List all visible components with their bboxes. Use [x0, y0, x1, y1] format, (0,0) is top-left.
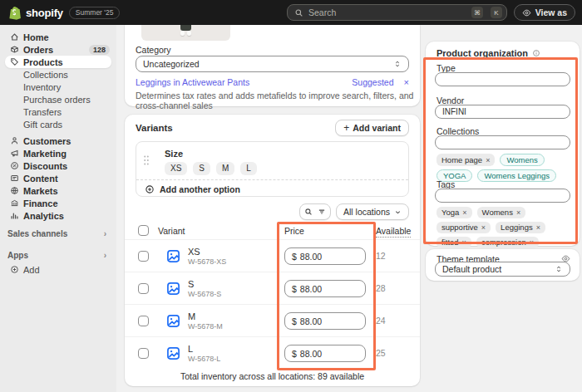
category-select[interactable]: Uncategorized [136, 56, 409, 72]
thumbnail-detail [187, 31, 191, 36]
drag-handle-icon[interactable] [143, 154, 150, 166]
tag-chip[interactable]: supportive× [436, 222, 491, 233]
tag-chip[interactable]: Yoga× [436, 207, 472, 218]
collection-suggestion-chip[interactable]: Womens [500, 154, 544, 166]
sidebar-item-home[interactable]: Home [0, 31, 116, 43]
sidebar-label: Home [23, 32, 49, 42]
sidebar-item-markets[interactable]: Markets [0, 184, 116, 197]
option-value-chip[interactable]: L [240, 162, 257, 175]
remove-chip-icon[interactable]: × [516, 208, 520, 218]
tag-chip[interactable]: fitted× [436, 237, 471, 248]
row-checkbox[interactable] [138, 316, 149, 326]
shopify-bag-icon [8, 6, 22, 20]
variant-row-l[interactable]: L W-5678-L $ 88.00 25 [125, 336, 420, 370]
variant-media-icon[interactable] [166, 314, 180, 328]
sidebar-item-transfers[interactable]: Transfers [0, 105, 116, 118]
tag-chip[interactable]: Leggings× [496, 222, 545, 233]
currency-prefix: $ [292, 316, 297, 326]
remove-chip-icon[interactable]: × [462, 238, 466, 247]
chip-label: supportive [441, 223, 478, 233]
sidebar-item-products[interactable]: Products [5, 56, 111, 68]
collections-input-field[interactable] [442, 138, 563, 147]
add-variant-label: Add variant [353, 123, 401, 133]
sidebar-item-content[interactable]: Content [0, 172, 116, 184]
category-suggestion-link[interactable]: Leggings in Activewear Pants [136, 77, 249, 87]
vendor-input-field[interactable] [442, 107, 563, 116]
locations-dropdown[interactable]: All locations [336, 203, 409, 220]
theme-template-select[interactable]: Default product [435, 262, 570, 277]
row-checkbox[interactable] [138, 348, 149, 359]
chevron-right-icon: › [104, 229, 106, 238]
sidebar-item-purchase-orders[interactable]: Purchase orders [0, 93, 116, 105]
sidebar-item-add-app[interactable]: Add [0, 263, 116, 276]
type-input[interactable] [435, 72, 570, 86]
option-value-chip[interactable]: M [216, 162, 234, 175]
dismiss-suggestion-icon[interactable]: × [404, 77, 409, 87]
sidebar-item-analytics[interactable]: Analytics [0, 209, 116, 222]
price-input[interactable]: $ 88.00 [284, 345, 366, 362]
sidebar-item-orders[interactable]: Orders 128 [0, 43, 116, 56]
vendor-input[interactable] [435, 105, 570, 119]
sidebar-item-finance[interactable]: Finance [0, 197, 116, 209]
variants-card: Variants + Add variant Size XS S M L Add… [125, 115, 420, 386]
search-icon [304, 208, 313, 216]
remove-chip-icon[interactable]: × [462, 208, 466, 218]
apps-section[interactable]: Apps › [0, 249, 116, 262]
global-search[interactable]: Search ⌘ K [287, 4, 507, 21]
shopify-logo[interactable]: shopify [8, 6, 63, 20]
sidebar-item-customers[interactable]: Customers [0, 135, 116, 147]
tag-chip[interactable]: compression× [476, 237, 539, 248]
tags-input[interactable] [435, 189, 570, 203]
finance-bank-icon [10, 198, 19, 208]
type-input-field[interactable] [442, 75, 563, 84]
price-input[interactable]: $ 88.00 [284, 312, 366, 330]
remove-chip-icon[interactable]: × [530, 238, 534, 247]
collection-chips: Home page × Womens YOGA Womens Leggings [436, 154, 573, 182]
chip-label: Womens [482, 208, 513, 218]
variant-media-icon[interactable] [166, 346, 180, 360]
option-value-chip[interactable]: S [193, 162, 210, 175]
price-input[interactable]: $ 88.00 [284, 280, 366, 297]
add-another-option-label: Add another option [160, 184, 240, 194]
sidebar-item-gift-cards[interactable]: Gift cards [0, 118, 116, 130]
tag-chip[interactable]: Womens× [477, 207, 526, 218]
collections-input[interactable] [435, 135, 570, 149]
variant-media-icon[interactable] [166, 249, 180, 263]
sidebar-item-marketing[interactable]: Marketing [0, 147, 116, 159]
title-text: Product organization [436, 48, 528, 58]
add-variant-button[interactable]: + Add variant [335, 120, 409, 136]
search-filter-button[interactable] [299, 203, 331, 220]
sidebar-item-inventory[interactable]: Inventory [0, 81, 116, 93]
view-as-button[interactable]: View as [514, 4, 575, 21]
sales-channels-section[interactable]: Sales channels › [0, 228, 116, 240]
variant-media-icon[interactable] [166, 282, 180, 296]
inventory-total-text: Total inventory across all locations: 89… [125, 371, 420, 381]
variant-row-xs[interactable]: XS W-5678-XS $ 88.00 12 [125, 239, 420, 272]
price-input[interactable]: $ 88.00 [284, 247, 366, 265]
remove-chip-icon[interactable]: × [486, 155, 490, 165]
add-another-option-button[interactable]: Add another option [145, 184, 240, 194]
variant-row-m[interactable]: M W-5678-M $ 88.00 24 [125, 304, 420, 337]
remove-chip-icon[interactable]: × [536, 223, 540, 233]
remove-chip-icon[interactable]: × [481, 223, 486, 233]
row-checkbox[interactable] [138, 251, 149, 262]
collection-suggestion-chip[interactable]: Womens Leggings [477, 169, 556, 182]
select-chevrons-icon [555, 265, 563, 273]
option-value-chip[interactable]: XS [165, 162, 187, 175]
tags-input-field[interactable] [442, 191, 563, 200]
row-checkbox[interactable] [138, 283, 149, 294]
sidebar-item-discounts[interactable]: Discounts [0, 159, 116, 172]
eye-icon [522, 8, 531, 17]
suggested-badge: Suggested [352, 77, 393, 87]
product-organization-title: Product organization [436, 48, 540, 58]
sidebar-item-collections[interactable]: Collections [0, 68, 116, 81]
sidebar-label: Orders [23, 45, 53, 55]
info-icon[interactable] [532, 49, 540, 57]
collection-chip-home-page[interactable]: Home page × [436, 154, 495, 166]
option-name[interactable]: Size [165, 149, 183, 159]
product-media-thumbnail[interactable] [141, 25, 230, 41]
select-all-checkbox[interactable] [138, 225, 149, 236]
chip-label: Yoga [441, 208, 459, 218]
variant-row-s[interactable]: S W-5678-S $ 88.00 28 [125, 272, 420, 305]
orders-icon [10, 45, 19, 54]
